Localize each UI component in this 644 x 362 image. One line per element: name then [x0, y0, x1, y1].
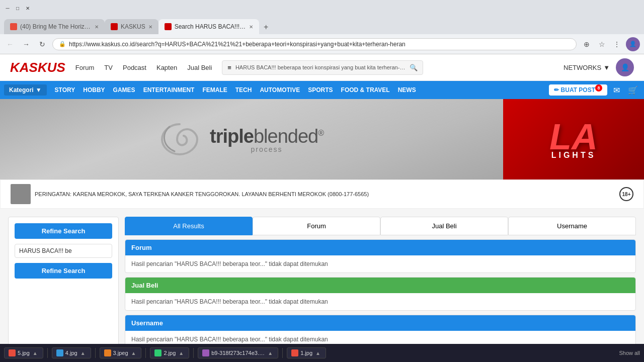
- taskbar-arrow-5jpg[interactable]: ▲: [32, 350, 39, 356]
- tab-forum[interactable]: Forum: [253, 217, 380, 235]
- search-icon[interactable]: 🔍: [410, 64, 418, 71]
- nav-podcast[interactable]: Podcast: [123, 64, 146, 71]
- browser-chrome: ─ □ ✕ (40) Bring Me The Horizon - Slee..…: [0, 0, 644, 54]
- nav-forum[interactable]: Forum: [75, 64, 95, 71]
- bookmark-icon[interactable]: ☆: [596, 38, 608, 50]
- extension-icon[interactable]: ⊕: [581, 38, 593, 50]
- age-badge: 18+: [619, 187, 633, 201]
- user-profile-avatar[interactable]: 👤: [616, 58, 634, 76]
- menu-icon[interactable]: ⋮: [611, 38, 623, 50]
- taskbar-arrow-1jpg[interactable]: ▲: [314, 350, 321, 356]
- tab-title-1: (40) Bring Me The Horizon - Slee...: [20, 23, 92, 30]
- tab-close-3[interactable]: ✕: [249, 24, 253, 30]
- taskbar-arrow-2jpg[interactable]: ▲: [178, 350, 185, 356]
- nav-story[interactable]: STORY: [51, 81, 79, 99]
- reload-btn[interactable]: ↻: [36, 38, 48, 50]
- kategori-btn[interactable]: Kategori ▼: [4, 84, 47, 96]
- networks-chevron: ▼: [603, 64, 610, 71]
- la-section: LA LIGHTS: [503, 99, 644, 179]
- forward-btn[interactable]: →: [20, 38, 32, 50]
- show-all-btn[interactable]: Show all: [619, 350, 640, 356]
- site-header: KASKUS Forum TV Podcast Kapten Jual Beli…: [0, 54, 644, 81]
- tab-title-3: Search HARUS BACA!!! beberapa...: [175, 23, 246, 30]
- taskbar-item-2jpg[interactable]: 2.jpg ▲: [150, 347, 189, 358]
- refine-search-input[interactable]: [15, 244, 112, 258]
- taskbar-item-5jpg[interactable]: 5.jpg ▲: [4, 347, 43, 358]
- close-btn[interactable]: ✕: [24, 5, 31, 12]
- nav-games[interactable]: GAMES: [109, 81, 139, 99]
- jualbeli-no-result: Hasil pencarian "HARUS BACA!!! beberapa …: [131, 298, 328, 305]
- taskbar-item-3jpeg[interactable]: 3.jpeg ▲: [100, 347, 142, 358]
- nav-hobby[interactable]: HOBBY: [79, 81, 109, 99]
- taskbar-arrow-3jpeg[interactable]: ▲: [130, 350, 137, 356]
- nav-female[interactable]: FEMALE: [198, 81, 231, 99]
- networks-label: NETWORKS: [564, 64, 601, 71]
- nav-food-travel[interactable]: FOOD & TRAVEL: [337, 81, 394, 99]
- taskbar-icon-1jpg: [291, 349, 298, 356]
- networks-btn[interactable]: NETWORKS ▼: [564, 64, 610, 71]
- taskbar-sep-5: [282, 348, 283, 358]
- kaskus-logo[interactable]: KASKUS: [10, 60, 65, 75]
- warning-content: PERINGATAN: KARENA MEROKOK, SAYA TERKENA…: [11, 184, 613, 204]
- minimize-btn[interactable]: ─: [4, 5, 11, 12]
- title-bar: ─ □ ✕: [0, 0, 644, 16]
- taskbar-item-4jpg[interactable]: 4.jpg ▲: [52, 347, 91, 358]
- nav-news[interactable]: NEWS: [394, 81, 420, 99]
- taskbar-sep-2: [95, 348, 96, 358]
- new-tab-btn[interactable]: +: [259, 20, 273, 34]
- taskbar-icon-3jpeg: [104, 349, 111, 356]
- tab-username[interactable]: Username: [508, 217, 636, 235]
- taskbar-icon-2jpg: [154, 349, 162, 356]
- taskbar-icon-b9jpg: [202, 349, 209, 356]
- forum-section-header: Forum: [125, 240, 635, 255]
- tab-close-2[interactable]: ✕: [148, 24, 152, 30]
- refine-search-top-btn[interactable]: Refine Search: [15, 223, 112, 239]
- cart-icon[interactable]: 🛒: [626, 83, 640, 97]
- nav-jualbeli[interactable]: Jual Beli: [187, 64, 212, 71]
- notif-badge: 8: [595, 84, 602, 92]
- maximize-btn[interactable]: □: [14, 5, 21, 12]
- taskbar-label-5jpg: 5.jpg: [18, 350, 30, 356]
- taskbar-label-2jpg: 2.jpg: [164, 350, 176, 356]
- taskbar-arrow-b9jpg[interactable]: ▲: [267, 350, 274, 356]
- nav-sports[interactable]: SPORTS: [304, 81, 337, 99]
- back-btn[interactable]: ←: [4, 38, 16, 50]
- nav-bar: Kategori ▼ STORY HOBBY GAMES ENTERTAINME…: [0, 81, 644, 99]
- url-bar[interactable]: 🔒 https://www.kaskus.co.id/search?q=HARU…: [52, 38, 577, 50]
- forum-no-result: Hasil pencarian "HARUS BACA!!! beberapa …: [131, 260, 328, 267]
- username-no-result: Hasil pencarian "HARUS BACA!!! beberapa …: [131, 336, 328, 343]
- spiral-icon: [159, 119, 200, 159]
- taskbar-arrow-4jpg[interactable]: ▲: [79, 350, 87, 356]
- la-logo-text: LA: [549, 119, 598, 155]
- jualbeli-section-body: Hasil pencarian "HARUS BACA!!! beberapa …: [125, 293, 635, 310]
- tab-all-results[interactable]: All Results: [125, 217, 253, 235]
- user-avatar[interactable]: 👤: [626, 37, 640, 51]
- pencil-icon: ✏: [554, 86, 559, 94]
- lights-text: LIGHTS: [551, 151, 596, 160]
- tab-3[interactable]: Search HARUS BACA!!! beberapa... ✕: [158, 19, 259, 34]
- site-search-bar[interactable]: ≡ HARUS BACA!!! beberapa teori konspiras…: [222, 60, 423, 75]
- mail-icon[interactable]: ✉: [611, 83, 622, 97]
- tab-1[interactable]: (40) Bring Me The Horizon - Slee... ✕: [4, 19, 105, 34]
- buat-post-label: BUAT POST: [561, 86, 595, 94]
- tab-favicon-1: [10, 23, 17, 30]
- taskbar-label-3jpeg: 3.jpeg: [113, 350, 128, 356]
- tab-2[interactable]: KASKUS ✕: [105, 19, 158, 34]
- header-nav: Forum TV Podcast Kapten Jual Beli: [75, 64, 212, 71]
- result-section-forum: Forum Hasil pencarian "HARUS BACA!!! beb…: [125, 239, 636, 273]
- buat-post-btn[interactable]: ✏ BUAT POST 8: [549, 84, 607, 96]
- tab-jual-beli[interactable]: Jual Beli: [380, 217, 508, 235]
- nav-automotive[interactable]: AUTOMOTIVE: [256, 81, 304, 99]
- nav-tech[interactable]: TECH: [231, 81, 256, 99]
- nav-right-icons: ✏ BUAT POST 8 ✉ 🛒: [549, 83, 640, 97]
- nav-kapten[interactable]: Kapten: [156, 64, 177, 71]
- taskbar-label-4jpg: 4.jpg: [65, 350, 77, 356]
- refine-search-bottom-btn[interactable]: Refine Search: [15, 263, 112, 279]
- tab-close-1[interactable]: ✕: [95, 24, 99, 30]
- banner: tripleblended® process LA LIGHTS: [0, 99, 644, 179]
- taskbar-item-b9jpg[interactable]: b9-318f273c174e3....jpg ▲: [198, 347, 278, 358]
- logo-text: KASKUS: [10, 60, 65, 75]
- nav-entertainment[interactable]: ENTERTAINMENT: [139, 81, 199, 99]
- nav-tv[interactable]: TV: [104, 64, 113, 71]
- taskbar-item-1jpg[interactable]: 1.jpg ▲: [287, 347, 326, 358]
